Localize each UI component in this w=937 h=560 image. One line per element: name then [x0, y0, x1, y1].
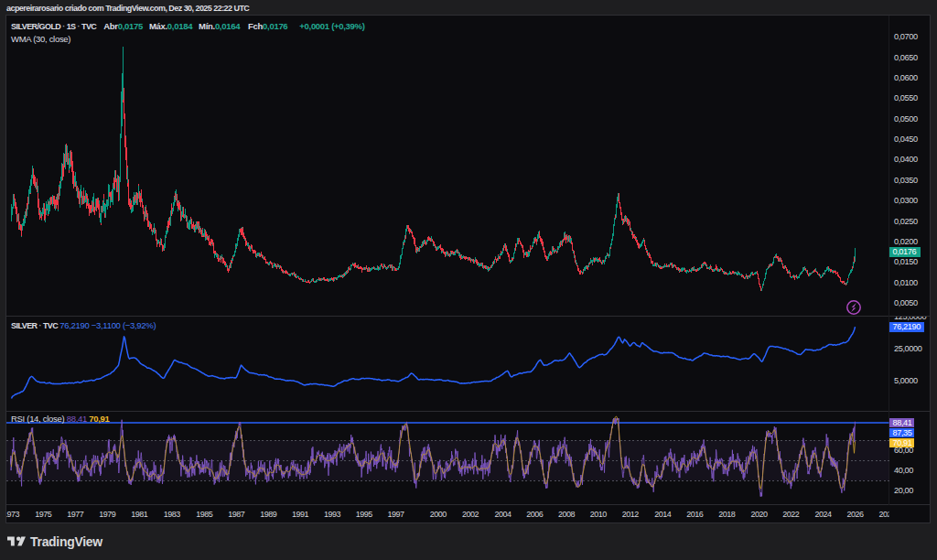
- svg-text:2024: 2024: [814, 510, 832, 519]
- svg-text:70,91: 70,91: [893, 438, 912, 447]
- svg-text:0,0300: 0,0300: [894, 196, 918, 205]
- svg-text:2016: 2016: [686, 510, 704, 519]
- svg-text:0,0650: 0,0650: [894, 53, 918, 62]
- svg-text:2010: 2010: [590, 510, 608, 519]
- svg-text:2000: 2000: [430, 510, 447, 519]
- svg-text:2008: 2008: [558, 510, 576, 519]
- svg-text:1975: 1975: [35, 510, 52, 519]
- svg-text:TradingView: TradingView: [30, 534, 102, 549]
- svg-text:acpereirarosario criado com Tr: acpereirarosario criado com TradingView.…: [6, 4, 250, 13]
- svg-text:5,0000: 5,0000: [894, 376, 918, 385]
- svg-text:1985: 1985: [196, 510, 213, 519]
- svg-text:0,0150: 0,0150: [894, 257, 918, 266]
- svg-text:WMA (30, close): WMA (30, close): [11, 34, 70, 44]
- svg-text:2022: 2022: [782, 510, 800, 519]
- svg-text:0,0600: 0,0600: [894, 73, 918, 82]
- svg-text:0,0700: 0,0700: [894, 32, 918, 41]
- svg-text:0,0176: 0,0176: [893, 247, 917, 256]
- svg-text:0,0050: 0,0050: [894, 298, 918, 307]
- svg-text:1989: 1989: [260, 510, 277, 519]
- svg-text:0,0400: 0,0400: [894, 155, 918, 164]
- svg-text:RSI (14, close) 88,41 70,91: RSI (14, close) 88,41 70,91: [11, 414, 111, 424]
- svg-text:2006: 2006: [526, 510, 544, 519]
- svg-text:76,2190: 76,2190: [893, 322, 921, 331]
- svg-text:0,0550: 0,0550: [894, 93, 918, 102]
- svg-text:88,41: 88,41: [893, 418, 912, 427]
- svg-text:SILVER · TVC 76,2190 −3,1100: SILVER · TVC 76,2190 −3,1100 (−3,92%): [11, 320, 156, 330]
- svg-text:40,00: 40,00: [894, 466, 913, 475]
- svg-text:2012: 2012: [622, 510, 640, 519]
- svg-text:2002: 2002: [462, 510, 479, 519]
- svg-text:25,0000: 25,0000: [894, 344, 922, 353]
- svg-text:2004: 2004: [494, 510, 512, 519]
- svg-text:0,0200: 0,0200: [894, 237, 918, 246]
- svg-text:0,0250: 0,0250: [894, 217, 918, 226]
- svg-text:87,35: 87,35: [893, 428, 912, 437]
- svg-text:1977: 1977: [67, 510, 84, 519]
- svg-text:2018: 2018: [718, 510, 736, 519]
- svg-text:0,0500: 0,0500: [894, 114, 918, 124]
- svg-text:2020: 2020: [750, 510, 768, 519]
- svg-text:1993: 1993: [324, 510, 341, 519]
- svg-text:0,0100: 0,0100: [894, 278, 918, 287]
- svg-text:20,00: 20,00: [894, 486, 913, 495]
- svg-text:0,0350: 0,0350: [894, 176, 918, 185]
- svg-text:1997: 1997: [388, 510, 405, 519]
- svg-text:1991: 1991: [292, 510, 309, 519]
- svg-text:1987: 1987: [228, 510, 245, 519]
- svg-text:SILVER/GOLD · 1S · TVC Abr0,0: SILVER/GOLD · 1S · TVC Abr0,0175 Máx.0,0…: [11, 21, 365, 31]
- svg-text:0,0450: 0,0450: [894, 135, 918, 144]
- svg-text:1981: 1981: [131, 510, 148, 519]
- svg-text:1995: 1995: [356, 510, 373, 519]
- svg-text:1983: 1983: [164, 510, 181, 519]
- svg-text:2026: 2026: [846, 510, 864, 519]
- svg-text:1979: 1979: [99, 510, 116, 519]
- svg-text:2014: 2014: [654, 510, 672, 519]
